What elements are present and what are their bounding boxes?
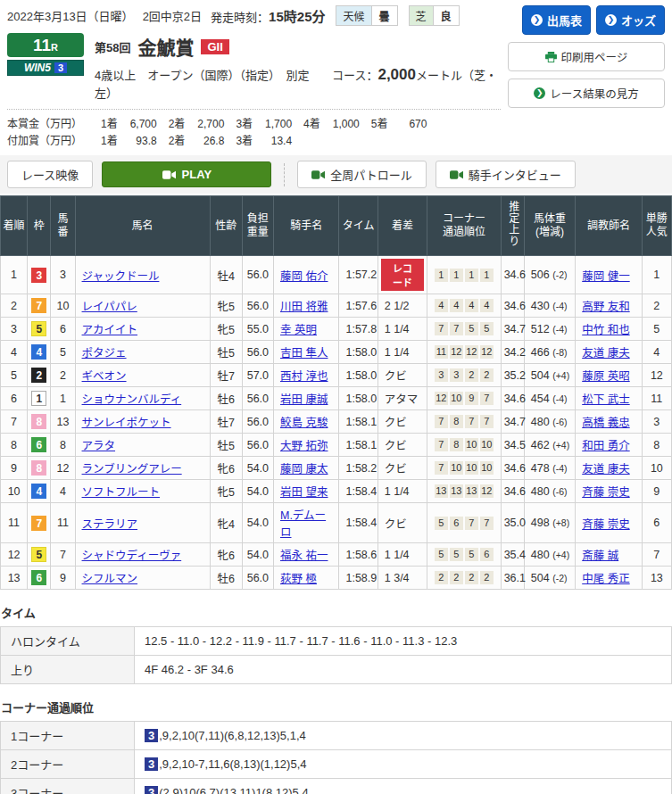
corner-position: 13 [435, 484, 448, 498]
jockey-name: 荻野 極 [273, 567, 338, 590]
corner-positions: 5556 [430, 548, 498, 561]
jockey-link[interactable]: 川田 将雅 [280, 301, 328, 313]
arrow-circle-icon: ❯ [531, 14, 543, 26]
corner-positions: 121097 [430, 392, 498, 405]
print-button[interactable]: 印刷用ページ [508, 42, 665, 71]
horse-name-link[interactable]: ポタジェ [82, 347, 127, 360]
corner-position: 12 [450, 345, 463, 359]
time-row-value: 4F 46.2 - 3F 34.6 [135, 656, 672, 684]
horse-name-link[interactable]: シャドウディーヴァ [82, 550, 182, 562]
odds-button-label: オッズ [621, 12, 656, 29]
frame-number: 4 [28, 341, 51, 364]
horse-name-link[interactable]: ジャックドール [82, 270, 160, 283]
frame-number-badge: 6 [31, 437, 46, 452]
last-3f: 34.7 [501, 318, 524, 341]
frame-number-badge: 8 [31, 460, 46, 476]
jockey-link[interactable]: 幸 英明 [280, 324, 317, 336]
corner-position: 7 [480, 517, 494, 530]
horse-name-link[interactable]: ステラリア [82, 518, 138, 531]
corner-positions-cell: 781010 [427, 434, 502, 457]
horse-name: アカイイト [75, 318, 210, 341]
horse-name-link[interactable]: アラタ [82, 440, 116, 452]
horse-name: サンレイポケット [75, 410, 210, 434]
finish-time: 1:58.6 [339, 543, 377, 567]
trainer-link[interactable]: 高橋 義忠 [582, 417, 629, 429]
race-video-label: レース映像 [7, 161, 93, 188]
corner-position: 7 [465, 517, 478, 530]
odds-button[interactable]: ❯オッズ [596, 5, 665, 35]
print-button-label: 印刷用ページ [561, 48, 628, 65]
result-row: 9812ランブリングアレー牝654.0藤岡 康太1:58.2クビ71010103… [1, 457, 672, 480]
last-3f: 34.6 [501, 387, 524, 410]
trainer-link[interactable]: 藤岡 健一 [582, 270, 629, 283]
trainer-link[interactable]: 斎藤 誠 [582, 550, 618, 562]
corner-position: 5 [465, 548, 478, 561]
column-header: コーナー 通過順位 [427, 196, 502, 256]
entries-button[interactable]: ❯出馬表 [522, 5, 591, 35]
patrol-video-button[interactable]: 全周パトロール [297, 161, 426, 188]
jockey-link[interactable]: M.デムーロ [280, 509, 326, 539]
result-guide-button[interactable]: ❯レース結果の見方 [508, 79, 665, 108]
horse-name-link[interactable]: ギベオン [82, 370, 127, 383]
horse-name-link[interactable]: ソフトフルート [82, 486, 161, 499]
horse-name-link[interactable]: アカイイト [82, 324, 138, 336]
sex-age: 牡6 [210, 387, 242, 410]
jockey-name: 西村 淳也 [273, 364, 338, 387]
horse-name-link[interactable]: シフルマン [82, 573, 138, 585]
corner-positions-cell: 5677 [427, 503, 502, 543]
horse-number: 6 [51, 318, 75, 341]
horse-name-link[interactable]: レイパパレ [82, 301, 137, 313]
horse-name-link[interactable]: ランブリングアレー [82, 463, 182, 476]
last-3f: 35.0 [501, 503, 524, 543]
margin: 1 1/4 [377, 341, 427, 364]
result-row: 1044ソフトフルート牝554.0岩田 望来1:58.41 1/41313131… [1, 480, 672, 503]
body-weight: 498 (+8) [524, 503, 575, 543]
jockey-link[interactable]: 鮫島 克駿 [280, 417, 328, 429]
jockey-link[interactable]: 西村 淳也 [280, 370, 328, 383]
finish-position: 10 [1, 480, 28, 503]
corner-position: 7 [435, 322, 448, 335]
margin: クビ [377, 434, 427, 457]
corner-position: 2 [465, 571, 478, 584]
horse-name: ポタジェ [75, 341, 210, 364]
win-popularity: 2 [642, 294, 671, 318]
play-button[interactable]: PLAY [102, 161, 271, 187]
corner-position: 10 [450, 392, 463, 405]
trainer-link[interactable]: 中尾 秀正 [582, 573, 629, 585]
frame-number-badge: 4 [31, 344, 46, 360]
horse-number: 11 [51, 503, 75, 543]
trainer-link[interactable]: 中竹 和也 [582, 324, 629, 336]
horse-name-link[interactable]: サンレイポケット [82, 417, 171, 429]
body-weight-diff: (+4) [552, 440, 569, 451]
track-condition-badge: 芝良 [409, 5, 460, 26]
trainer-link[interactable]: 友道 康夫 [582, 347, 629, 360]
trainer-link[interactable]: 藤原 英昭 [582, 370, 629, 383]
trainer-link[interactable]: 松下 武士 [582, 393, 629, 406]
column-header: 騎手名 [273, 196, 338, 256]
trainer-link[interactable]: 高野 友和 [582, 301, 629, 313]
body-weight-diff: (-2) [552, 573, 567, 583]
finish-time: 1:57.2 [339, 256, 377, 294]
trainer-link[interactable]: 友道 康夫 [582, 463, 629, 476]
jockey-link[interactable]: 吉田 隼人 [280, 347, 328, 360]
finish-position: 11 [1, 503, 28, 543]
column-header: 性齢 [210, 196, 242, 256]
corner-positions-cell: 121097 [427, 387, 502, 410]
jockey-link[interactable]: 岩田 望来 [280, 486, 328, 499]
trainer-link[interactable]: 和田 勇介 [582, 440, 629, 452]
jockey-interview-button[interactable]: 騎手インタビュー [436, 161, 576, 188]
body-weight-diff: (-4) [552, 324, 567, 335]
body-weight: 462 (+4) [524, 434, 575, 457]
jockey-link[interactable]: 福永 祐一 [280, 550, 328, 562]
trainer-link[interactable]: 斉藤 崇史 [582, 486, 629, 499]
trainer-link[interactable]: 斉藤 崇史 [582, 518, 629, 531]
body-weight: 504 (+4) [524, 364, 575, 387]
jockey-link[interactable]: 藤岡 康太 [280, 463, 328, 476]
jockey-link[interactable]: 大野 拓弥 [280, 440, 328, 452]
jockey-link[interactable]: 荻野 極 [280, 573, 317, 585]
jockey-link[interactable]: 藤岡 佑介 [280, 270, 328, 283]
margin: レコード [377, 256, 427, 294]
jockey-link[interactable]: 岩田 康誠 [280, 393, 328, 406]
horse-name-link[interactable]: ショウナンバルディ [82, 393, 182, 406]
corner-position: 7 [480, 392, 494, 405]
